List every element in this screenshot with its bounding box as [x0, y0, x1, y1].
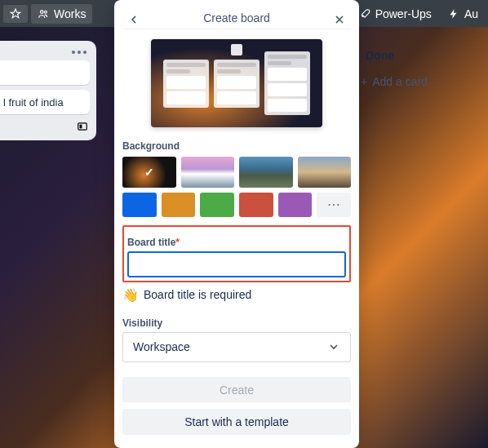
bg-color-swatch[interactable] — [162, 193, 196, 217]
create-board-modal: Create board Background ⋯ Board title* 👋… — [114, 0, 359, 448]
bg-image-option[interactable] — [239, 157, 293, 188]
done-column: Done + Add a card — [349, 44, 480, 93]
modal-title: Create board — [203, 11, 270, 24]
create-button[interactable]: Create — [122, 377, 351, 403]
workspace-button[interactable]: Works — [31, 4, 92, 24]
board-title-label: Board title* — [127, 237, 346, 248]
powerups-label: Power-Ups — [375, 7, 432, 20]
bg-image-option[interactable] — [298, 157, 352, 188]
back-button[interactable] — [122, 8, 145, 31]
list-card[interactable]: l fruit of india — [0, 90, 90, 114]
wave-icon: 👋 — [122, 287, 139, 303]
bolt-icon — [448, 8, 459, 20]
required-message: 👋 Board title is required — [122, 287, 351, 303]
board-preview — [151, 39, 322, 127]
powerups-button[interactable]: Power-Ups — [353, 4, 438, 24]
svg-rect-3 — [80, 125, 82, 129]
star-button[interactable] — [3, 5, 28, 23]
automation-button[interactable]: Au — [441, 4, 485, 24]
close-icon — [333, 13, 346, 26]
bg-image-option[interactable] — [122, 157, 176, 188]
svg-rect-2 — [78, 123, 87, 130]
bg-color-swatch[interactable] — [122, 193, 157, 217]
bg-color-swatch[interactable] — [278, 193, 313, 217]
bg-color-swatch[interactable] — [239, 193, 273, 217]
visibility-value: Workspace — [133, 340, 190, 353]
bg-color-swatch[interactable] — [200, 193, 234, 217]
board-title-input[interactable] — [127, 251, 346, 277]
more-backgrounds-button[interactable]: ⋯ — [317, 193, 351, 217]
column-title: Done — [349, 44, 480, 70]
workspace-label: Works — [54, 7, 86, 20]
close-button[interactable] — [328, 8, 351, 31]
bg-image-option[interactable] — [181, 157, 235, 188]
add-card-button[interactable]: + Add a card — [349, 70, 480, 93]
automation-label: Au — [464, 7, 478, 20]
list-menu-icon[interactable] — [0, 47, 90, 60]
background-list: l fruit of india — [0, 41, 96, 140]
visibility-label: Visibility — [122, 317, 351, 329]
plus-icon: + — [361, 75, 367, 88]
list-card[interactable] — [0, 60, 90, 85]
template-button[interactable] — [0, 119, 90, 134]
svg-point-1 — [44, 11, 47, 13]
background-label: Background — [122, 140, 351, 152]
svg-point-0 — [41, 10, 44, 12]
visibility-select[interactable]: Workspace — [122, 332, 351, 362]
chevron-down-icon — [327, 340, 340, 353]
chevron-left-icon — [127, 13, 140, 26]
star-icon — [10, 8, 21, 20]
title-field-highlight: Board title* — [122, 225, 351, 282]
add-card-label: Add a card — [372, 75, 428, 88]
rocket-icon — [359, 8, 370, 20]
template-icon — [77, 121, 88, 132]
start-template-button[interactable]: Start with a template — [122, 409, 351, 435]
people-icon — [38, 8, 49, 20]
